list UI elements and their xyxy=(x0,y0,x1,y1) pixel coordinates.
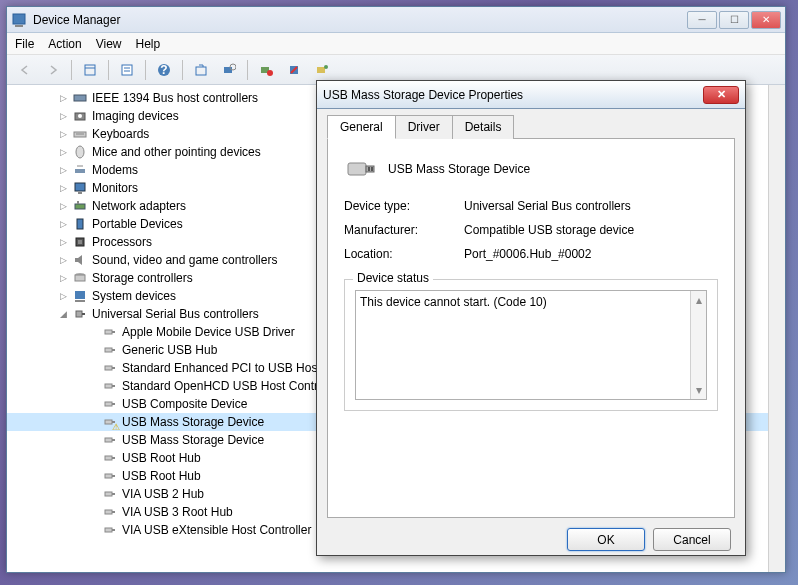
tree-node-label: USB Mass Storage Device xyxy=(122,415,264,429)
svg-rect-4 xyxy=(122,65,132,75)
expander-icon[interactable]: ▷ xyxy=(57,254,69,266)
expander-icon[interactable]: ▷ xyxy=(57,272,69,284)
tree-node-label: USB Root Hub xyxy=(122,469,201,483)
svg-rect-49 xyxy=(105,420,112,424)
tree-node-label: USB Composite Device xyxy=(122,397,247,411)
svg-rect-56 xyxy=(112,475,115,477)
expander-icon xyxy=(87,344,99,356)
svg-rect-48 xyxy=(112,403,115,405)
manufacturer-label: Manufacturer: xyxy=(344,223,464,237)
svg-rect-54 xyxy=(112,457,115,459)
expander-icon[interactable]: ▷ xyxy=(57,110,69,122)
expander-icon[interactable]: ▷ xyxy=(57,236,69,248)
svg-rect-63 xyxy=(348,163,366,175)
dialog-titlebar[interactable]: USB Mass Storage Device Properties ✕ xyxy=(317,81,745,109)
ok-button[interactable]: OK xyxy=(567,528,645,551)
expander-icon[interactable]: ▷ xyxy=(57,290,69,302)
tree-node-label: Portable Devices xyxy=(92,217,183,231)
menu-view[interactable]: View xyxy=(96,37,122,51)
toolbar-enable-button[interactable] xyxy=(310,58,334,82)
storage-icon xyxy=(72,270,88,286)
monitor-icon xyxy=(72,180,88,196)
expander-icon[interactable]: ▷ xyxy=(57,164,69,176)
tree-node-label: Monitors xyxy=(92,181,138,195)
toolbar-divider xyxy=(145,60,146,80)
expander-icon xyxy=(87,452,99,464)
window-title: Device Manager xyxy=(33,13,687,27)
toolbar-uninstall-button[interactable] xyxy=(254,58,278,82)
svg-rect-1 xyxy=(15,25,23,27)
toolbar-divider xyxy=(71,60,72,80)
tree-node-label: USB Mass Storage Device xyxy=(122,433,264,447)
svg-rect-50 xyxy=(112,421,115,423)
device-type-label: Device type: xyxy=(344,199,464,213)
usb-plug-icon xyxy=(102,396,118,412)
tab-details[interactable]: Details xyxy=(452,115,515,139)
toolbar-update-button[interactable] xyxy=(189,58,213,82)
maximize-button[interactable]: ☐ xyxy=(719,11,749,29)
toolbar-back-button[interactable] xyxy=(13,58,37,82)
svg-rect-58 xyxy=(112,493,115,495)
expander-icon[interactable]: ▷ xyxy=(57,182,69,194)
expander-icon[interactable]: ▷ xyxy=(57,218,69,230)
menu-action[interactable]: Action xyxy=(48,37,81,51)
tree-scrollbar[interactable] xyxy=(768,85,785,572)
expander-icon xyxy=(87,524,99,536)
toolbar-show-hide-button[interactable] xyxy=(78,58,102,82)
tree-node-label: Apple Mobile Device USB Driver xyxy=(122,325,295,339)
menu-file[interactable]: File xyxy=(15,37,34,51)
expander-icon[interactable]: ▷ xyxy=(57,128,69,140)
svg-rect-35 xyxy=(75,291,85,299)
svg-rect-34 xyxy=(75,275,85,281)
svg-rect-0 xyxy=(13,14,25,24)
toolbar-divider xyxy=(108,60,109,80)
device-status-textbox[interactable]: This device cannot start. (Code 10) ▴▾ xyxy=(355,290,707,400)
usb-plug-icon xyxy=(102,378,118,394)
expander-icon[interactable]: ▷ xyxy=(57,146,69,158)
tab-driver[interactable]: Driver xyxy=(395,115,453,139)
expander-icon[interactable]: ▷ xyxy=(57,200,69,212)
toolbar-disable-button[interactable] xyxy=(282,58,306,82)
device-status-label: Device status xyxy=(353,271,433,285)
toolbar-help-button[interactable]: ? xyxy=(152,58,176,82)
device-name: USB Mass Storage Device xyxy=(388,162,530,176)
svg-rect-37 xyxy=(76,311,82,317)
location-label: Location: xyxy=(344,247,464,261)
menu-help[interactable]: Help xyxy=(136,37,161,51)
svg-rect-51 xyxy=(105,438,112,442)
tree-node-label: USB Root Hub xyxy=(122,451,201,465)
expander-icon[interactable]: ▷ xyxy=(57,92,69,104)
svg-rect-43 xyxy=(105,366,112,370)
svg-point-23 xyxy=(76,146,84,158)
usb-plug-icon xyxy=(102,432,118,448)
portable-icon xyxy=(72,216,88,232)
tab-general-body: USB Mass Storage Device Device type: Uni… xyxy=(327,138,735,518)
toolbar-properties-button[interactable] xyxy=(115,58,139,82)
device-type-value: Universal Serial Bus controllers xyxy=(464,199,718,213)
toolbar-divider xyxy=(182,60,183,80)
dialog-close-button[interactable]: ✕ xyxy=(703,86,739,104)
close-button[interactable]: ✕ xyxy=(751,11,781,29)
device-status-group: Device status This device cannot start. … xyxy=(344,279,718,411)
imaging-icon xyxy=(72,108,88,124)
titlebar[interactable]: Device Manager ─ ☐ ✕ xyxy=(7,7,785,33)
svg-rect-18 xyxy=(74,95,86,101)
svg-rect-29 xyxy=(77,201,79,204)
expander-icon[interactable]: ◢ xyxy=(57,308,69,320)
sound-icon xyxy=(72,252,88,268)
toolbar-scan-button[interactable] xyxy=(217,58,241,82)
status-scrollbar[interactable]: ▴▾ xyxy=(690,291,706,399)
cancel-button[interactable]: Cancel xyxy=(653,528,731,551)
mouse-icon xyxy=(72,144,88,160)
toolbar-forward-button[interactable] xyxy=(41,58,65,82)
usb-plug-icon xyxy=(102,414,118,430)
usb-plug-icon xyxy=(102,522,118,538)
tree-node-label: Standard OpenHCD USB Host Controller xyxy=(122,379,341,393)
svg-rect-40 xyxy=(112,331,115,333)
tree-node-label: System devices xyxy=(92,289,176,303)
svg-rect-27 xyxy=(78,192,82,194)
tree-node-label: Network adapters xyxy=(92,199,186,213)
expander-icon xyxy=(87,470,99,482)
minimize-button[interactable]: ─ xyxy=(687,11,717,29)
tab-general[interactable]: General xyxy=(327,115,396,139)
